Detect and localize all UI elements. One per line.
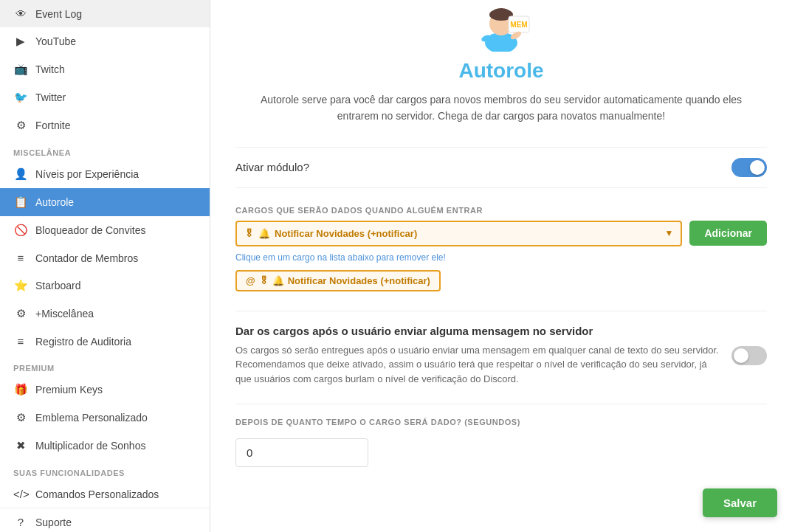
sidebar-item-miscelanea[interactable]: ⚙ +Miscelânea: [0, 300, 210, 328]
toggle-thumb: [750, 160, 765, 175]
sidebar-premium-keys-label: Premium Keys: [35, 384, 103, 395]
toggle-track: [731, 158, 767, 177]
cargo-tag-icon-bell: 🔔: [272, 275, 284, 286]
sidebar-item-contador[interactable]: ≡ Contador de Membros: [0, 244, 210, 272]
sidebar-comandos-label: Comandos Personalizados: [35, 488, 159, 500]
dar-cargos-section: Dar os cargos após o usuário enviar algu…: [235, 311, 767, 387]
registro-icon: ≡: [13, 335, 28, 348]
adicionar-button[interactable]: Adicionar: [689, 221, 767, 246]
event-log-icon: 👁: [13, 7, 28, 20]
avatar-illustration: MEM: [464, 0, 538, 52]
sidebar-item-event-log[interactable]: 👁 Event Log: [0, 0, 210, 27]
sidebar-emblema-label: Emblema Personalizado: [35, 412, 148, 424]
fortnite-icon: ⚙: [13, 119, 28, 132]
cargo-select-arrow: ▼: [665, 228, 674, 238]
section-premium-label: PREMIUM: [0, 355, 210, 376]
page-description: Autorole serve para você dar cargos para…: [243, 91, 760, 125]
svg-text:MEM: MEM: [510, 21, 527, 29]
miscelanea-icon: ⚙: [13, 307, 28, 320]
dar-cargos-title: Dar os cargos após o usuário enviar algu…: [235, 325, 767, 337]
sidebar-item-event-log-label: Event Log: [35, 8, 82, 20]
emblema-icon: ⚙: [13, 411, 28, 424]
sidebar-item-bloqueador[interactable]: 🚫 Bloqueador de Convites: [0, 216, 210, 244]
svg-point-3: [492, 8, 510, 17]
sidebar-item-twitter-label: Twitter: [35, 91, 66, 103]
sidebar-item-twitch-label: Twitch: [35, 63, 65, 75]
sidebar-item-youtube[interactable]: ▶ YouTube: [0, 27, 210, 55]
cargo-icon-medal: 🎖: [244, 228, 254, 239]
twitter-icon: 🐦: [13, 91, 28, 104]
sidebar-starboard-label: Starboard: [35, 280, 80, 291]
sidebar-item-youtube-label: YouTube: [35, 35, 76, 47]
dar-cargos-toggle-thumb: [734, 348, 748, 363]
dar-cargos-toggle-track: [731, 346, 767, 365]
bloqueador-icon: 🚫: [13, 224, 28, 237]
cargo-tag-label: Notificar Novidades (+notificar): [288, 275, 430, 286]
section-funcionalidades-label: SUAS FUNCIONALIDADES: [0, 460, 210, 480]
sidebar-item-suporte[interactable]: ? Suporte: [0, 508, 210, 532]
premium-keys-icon: 🎁: [13, 383, 28, 396]
cargo-select-value: Notificar Novidades (+notificar): [275, 228, 417, 239]
cargo-select-wrapper: 🎖 🔔 Notificar Novidades (+notificar) ▼: [235, 221, 682, 246]
cargo-select[interactable]: 🎖 🔔 Notificar Novidades (+notificar) ▼: [235, 221, 682, 246]
module-toggle-label: Ativar módulo?: [235, 161, 309, 173]
cargo-section-label: CARGOS QUE SERÃO DADOS QUANDO ALGUÉM ENT…: [235, 206, 767, 215]
remove-hint: Clique em um cargo na lista abaixo para …: [235, 252, 767, 263]
sidebar-autorole-label: Autorole: [35, 196, 74, 208]
sidebar-item-autorole[interactable]: 📋 Autorole: [0, 188, 210, 216]
sidebar-item-niveis[interactable]: 👤 Níveis por Experiência: [0, 160, 210, 188]
main-content: MEM Autorole Autorole serve para você da…: [210, 0, 792, 532]
salvar-button[interactable]: Salvar: [703, 488, 777, 517]
dar-cargos-row: Os cargos só serão entregues após o usuá…: [235, 343, 767, 387]
starboard-icon: ⭐: [13, 279, 28, 292]
dar-cargos-desc: Os cargos só serão entregues após o usuá…: [235, 343, 721, 387]
avatar-area: MEM: [457, 0, 545, 52]
sidebar-multiplicador-label: Multiplicador de Sonhos: [35, 440, 145, 452]
dar-cargos-toggle[interactable]: [731, 346, 767, 365]
sidebar-item-twitch[interactable]: 📺 Twitch: [0, 55, 210, 83]
module-toggle[interactable]: [731, 158, 767, 177]
tempo-label: DEPOIS DE QUANTO TEMPO O CARGO SERÁ DADO…: [235, 418, 767, 426]
autorole-icon: 📋: [13, 196, 28, 209]
sidebar-item-starboard[interactable]: ⭐ Starboard: [0, 272, 210, 300]
tempo-input[interactable]: [235, 438, 368, 467]
sidebar-suporte-label: Suporte: [35, 517, 72, 528]
sidebar-item-comandos[interactable]: </> Comandos Personalizados: [0, 480, 210, 508]
sidebar-item-premium-keys[interactable]: 🎁 Premium Keys: [0, 376, 210, 404]
sidebar-item-fortnite-label: Fortnite: [35, 120, 70, 131]
sidebar-item-emblema[interactable]: ⚙ Emblema Personalizado: [0, 404, 210, 432]
cargo-tag-icon-medal: 🎖: [259, 275, 269, 286]
cargo-row: 🎖 🔔 Notificar Novidades (+notificar) ▼ A…: [235, 221, 767, 246]
sidebar-item-fortnite[interactable]: ⚙ Fortnite: [0, 111, 210, 139]
sidebar-bloqueador-label: Bloqueador de Convites: [35, 224, 145, 236]
page-title: Autorole: [458, 59, 543, 83]
sidebar-niveis-label: Níveis por Experiência: [35, 168, 139, 180]
contador-icon: ≡: [13, 252, 28, 264]
comandos-icon: </>: [13, 488, 28, 500]
sidebar: 👁 Event Log ▶ YouTube 📺 Twitch 🐦 Twitter…: [0, 0, 210, 532]
section-miscelanea-label: MISCELÂNEA: [0, 139, 210, 160]
youtube-icon: ▶: [13, 35, 28, 48]
cargo-section: CARGOS QUE SERÃO DADOS QUANDO ALGUÉM ENT…: [235, 206, 767, 296]
multiplicador-icon: ✖: [13, 439, 28, 452]
sidebar-item-registro[interactable]: ≡ Registro de Auditoria: [0, 328, 210, 355]
module-toggle-row: Ativar módulo?: [235, 147, 767, 188]
sidebar-miscelanea-label: +Miscelânea: [35, 308, 94, 319]
sidebar-registro-label: Registro de Auditoria: [35, 336, 131, 348]
sidebar-contador-label: Contador de Membros: [35, 252, 138, 264]
cargo-tag[interactable]: @ 🎖 🔔 Notificar Novidades (+notificar): [235, 270, 441, 291]
twitch-icon: 📺: [13, 63, 28, 76]
niveis-icon: 👤: [13, 167, 28, 181]
save-bar: Salvar: [703, 488, 777, 517]
cargo-icon-bell: 🔔: [258, 228, 270, 239]
cargo-tag-at: @: [246, 275, 255, 286]
sidebar-item-twitter[interactable]: 🐦 Twitter: [0, 83, 210, 111]
tempo-section: DEPOIS DE QUANTO TEMPO O CARGO SERÁ DADO…: [235, 404, 767, 467]
suporte-icon: ?: [13, 516, 28, 528]
sidebar-item-multiplicador[interactable]: ✖ Multiplicador de Sonhos: [0, 432, 210, 460]
